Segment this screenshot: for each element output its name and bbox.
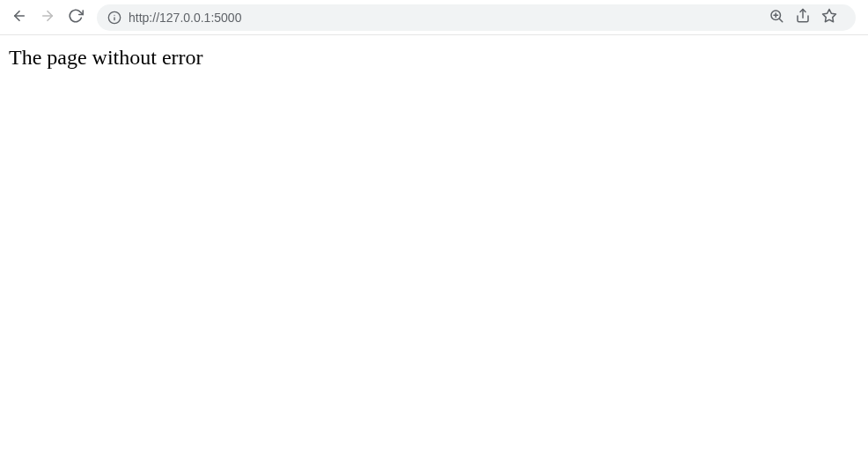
svg-line-8: [779, 19, 782, 21]
address-bar[interactable]: [97, 4, 856, 31]
share-button[interactable]: [791, 5, 815, 30]
star-icon: [821, 8, 837, 27]
browser-toolbar: [0, 0, 868, 35]
page-content: The page without error: [0, 35, 868, 80]
back-button[interactable]: [7, 5, 32, 30]
site-info-icon[interactable]: [107, 11, 121, 25]
bookmark-button[interactable]: [817, 5, 842, 30]
page-heading: The page without error: [9, 46, 859, 70]
reload-button[interactable]: [63, 5, 88, 30]
svg-marker-10: [823, 9, 836, 21]
zoom-icon: [769, 8, 784, 27]
arrow-left-icon: [11, 8, 27, 27]
url-input[interactable]: [129, 11, 757, 25]
forward-button[interactable]: [35, 5, 60, 30]
zoom-button[interactable]: [764, 5, 789, 30]
share-icon: [795, 8, 811, 27]
arrow-right-icon: [40, 8, 55, 27]
address-bar-actions: [764, 5, 845, 30]
reload-icon: [68, 8, 84, 27]
